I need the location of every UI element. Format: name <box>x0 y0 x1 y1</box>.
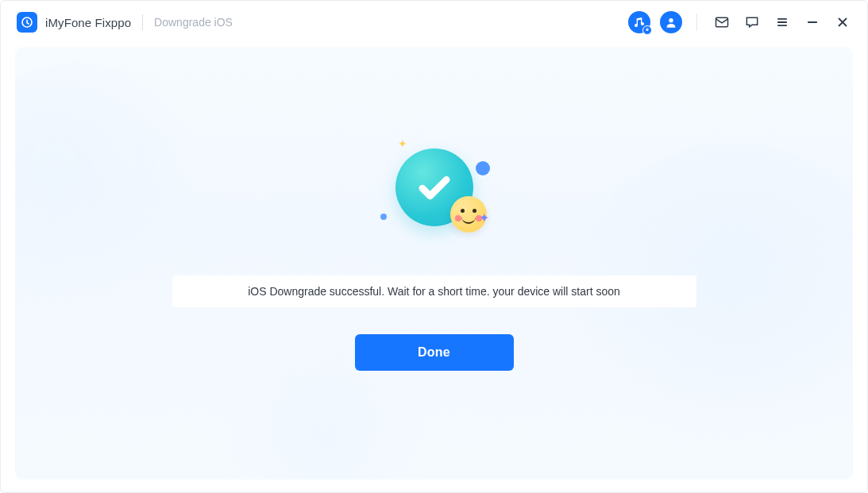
menu-button[interactable] <box>772 12 793 33</box>
mail-button[interactable] <box>712 12 732 33</box>
app-title: iMyFone Fixppo <box>45 16 131 29</box>
menu-icon <box>774 14 790 30</box>
close-icon <box>835 14 851 30</box>
decorative-dot <box>380 214 387 220</box>
sparkle-icon: ✦ <box>398 137 407 150</box>
minimize-button[interactable] <box>802 12 823 33</box>
settings-badge-icon <box>642 25 652 35</box>
feedback-button[interactable] <box>742 12 762 33</box>
separator <box>696 13 697 31</box>
music-settings-button[interactable] <box>628 11 650 33</box>
app-logo-icon <box>17 12 37 33</box>
window-controls <box>628 11 853 33</box>
status-message: iOS Downgrade successful. Wait for a sho… <box>172 275 696 307</box>
breadcrumb: Downgrade iOS <box>154 16 233 29</box>
done-button[interactable]: Done <box>355 334 514 371</box>
main-panel: ✦ ✦ iOS Downgrade successful. Wait for a… <box>15 47 853 480</box>
titlebar: iMyFone Fixppo Downgrade iOS <box>1 1 867 44</box>
account-button[interactable] <box>660 11 682 33</box>
mail-icon <box>714 14 730 30</box>
svg-point-2 <box>669 18 673 22</box>
content-area: ✦ ✦ iOS Downgrade successful. Wait for a… <box>15 47 853 480</box>
feedback-icon <box>744 14 760 30</box>
minimize-icon <box>804 14 820 30</box>
decorative-dot <box>476 161 490 175</box>
account-icon <box>665 16 677 29</box>
close-button[interactable] <box>832 12 853 33</box>
separator <box>142 14 143 30</box>
success-graphic: ✦ ✦ <box>355 134 514 253</box>
sparkle-icon: ✦ <box>479 210 489 225</box>
